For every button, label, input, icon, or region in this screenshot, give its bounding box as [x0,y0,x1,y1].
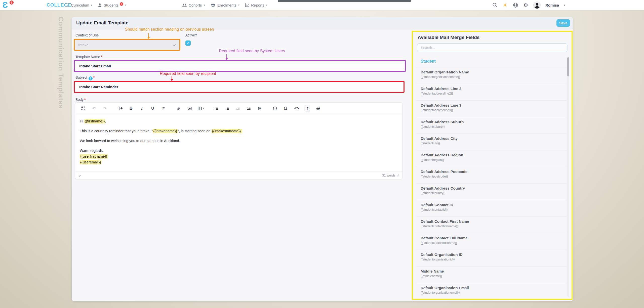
template-name-label: Template Name* [75,55,102,59]
merge-field-tag: {{studentcontactid}} [421,208,567,211]
insert-image-icon[interactable] [187,105,193,112]
ordered-list-icon[interactable]: 12 [213,105,219,112]
merge-field-item[interactable]: Default Contact Full Name{{studentcontac… [416,233,567,250]
merge-field-item[interactable]: Default Address Region{{studentregion}} [416,150,567,167]
merge-list-scrollbar[interactable] [567,57,569,297]
required-asterisk: * [84,98,86,102]
merge-tag-highlight: {{intakestartdate}}. [212,129,243,133]
nav-item-enrolments[interactable]: Enrolments ▾ [211,3,239,7]
editor-body-content[interactable]: Hi {{firstname}},This is a courtesy remi… [75,114,402,171]
text-style-icon[interactable]: T+ [117,105,123,112]
body-line: {{useremail}} [80,160,398,165]
nav-item-curriculum[interactable]: Curriculum ▾ [65,3,92,7]
merge-field-item[interactable]: Default Organisation ID{{studentorganisa… [416,250,567,267]
merge-field-item[interactable]: Middle Name{{middlename}} [416,267,567,283]
student-icon [98,3,102,7]
code-view-icon[interactable]: <> [294,105,300,112]
indent-icon[interactable] [246,105,252,112]
user-menu-caret-icon[interactable]: ▾ [564,4,565,7]
merge-field-search-input[interactable] [417,43,568,52]
update-email-template-card: Update Email Template Save Context of Us… [72,17,573,301]
context-of-use-value: Intake [78,43,89,47]
user-name[interactable]: Romisa [545,3,559,7]
body-line: Warm regards, [80,148,398,153]
annotation-orange: Should match section heading on previous… [125,27,214,32]
merge-tag-highlight: {{intakename}} [153,129,177,133]
search-icon[interactable] [492,2,498,8]
merge-field-tag: {{studentaddressline3}} [421,108,567,112]
merge-field-name: Default Address Suburb [421,120,567,124]
merge-field-tag: {{studentorganisationname}} [421,75,567,79]
merge-field-tag: {{studentpostcode}} [421,175,567,178]
align-left-icon[interactable]: ≡ [160,105,167,112]
unordered-list-icon[interactable] [224,105,230,112]
merge-field-list: Student Default Organisation Name{{stude… [416,56,567,298]
nav-item-cohorts[interactable]: Cohorts ▾ [182,3,205,7]
template-name-input[interactable]: Intake Start Email [74,60,406,72]
language-globe-icon[interactable] [513,2,518,8]
settings-gear-icon[interactable]: ⚙ [523,2,529,8]
chevron-down-icon: ▾ [238,4,240,7]
nav-item-students[interactable]: Students ! ▾ [98,3,127,7]
active-checkbox[interactable]: ✓ [185,40,191,46]
logo-icon: Ɛ [2,0,8,10]
italic-icon[interactable]: I [139,105,145,112]
emoji-icon[interactable] [272,105,278,112]
insert-table-icon[interactable]: ▾ [197,105,204,112]
save-button[interactable]: Save [556,19,570,27]
main-menu: Curriculum ▾ Students ! ▾ Cohorts ▾ Enro… [65,0,267,10]
body-label: Body* [75,98,86,102]
merge-field-item[interactable]: Default Address Line 2{{studentaddressli… [416,84,567,101]
svg-text:1: 1 [215,106,216,108]
merge-field-name: Default Address Line 3 [421,103,567,107]
required-asterisk: * [101,55,102,59]
merge-field-item[interactable]: Default Address Line 3{{studentaddressli… [416,101,567,117]
page-break-icon[interactable] [257,105,263,112]
merge-field-name: Default Contact ID [421,203,567,207]
merge-field-item[interactable]: Default Address Suburb{{studentsuburb}} [416,117,567,134]
scrollbar-thumb[interactable] [567,57,569,76]
logo-notification-badge: 1 [9,0,14,5]
merge-field-item[interactable]: Default Address Postcode{{studentpostcod… [416,167,567,184]
annotation-red-arrow [172,76,172,79]
word-count: 31 words [382,173,399,177]
context-of-use-label: Context of Use [75,33,99,37]
merge-field-name: Default Address Region [421,153,567,157]
paragraph-tag-indicator: p [79,173,80,177]
merge-field-item[interactable]: Default Address City{{studentcity}} [416,134,567,150]
merge-field-name: Default Address Line 2 [421,86,567,91]
menu-lines-icon [65,3,69,7]
page-title: Update Email Template [76,20,129,26]
merge-field-item[interactable]: Default Contact ID{{studentcontactid}} [416,200,567,217]
template-name-value: Intake Start Email [79,64,111,68]
user-avatar[interactable] [533,2,541,9]
select-all-icon[interactable]: ¶ [304,105,310,112]
nav-item-reports[interactable]: Reports ▾ [245,3,267,7]
underline-icon[interactable]: U [150,105,156,112]
app-logo[interactable]: Ɛ 1 [3,0,14,10]
merge-field-item[interactable]: Default Organisation Email{{studentorgan… [416,283,567,298]
special-characters-icon[interactable]: Ω [283,105,289,112]
resize-handle-icon[interactable] [397,174,399,177]
context-of-use-select[interactable]: Intake [74,39,180,51]
word-counter-icon[interactable]: 123abc [315,105,321,112]
bold-icon[interactable]: B [128,105,134,112]
link-icon[interactable] [176,105,182,112]
merge-field-tag: {{studentcontactfirstname}} [421,225,567,228]
fullscreen-icon[interactable] [80,105,86,112]
merge-field-tag: {{studentorganisationid}} [421,258,567,261]
merge-field-name: Default Organisation Email [421,286,567,290]
section-vertical-label: Communication Templates [57,17,65,109]
subject-input[interactable]: Intake Start Reminder [74,81,405,93]
merge-field-name: Default Contact First Name [421,219,567,224]
merge-field-item[interactable]: Default Address Country{{studentcountry}… [416,184,567,200]
help-icon[interactable]: ? [89,76,93,80]
theme-sun-icon[interactable]: ☀ [502,2,508,8]
chevron-down-icon: ▾ [91,4,93,7]
body-line: Hi {{firstname}}, [80,119,398,124]
merge-field-item[interactable]: Default Contact First Name{{studentconta… [416,217,567,233]
body-line: We look forward to welcoming you to our … [80,138,398,144]
screen: Ɛ 1 COLLEGE Curriculum ▾ Students ! ▾ Co… [0,0,644,308]
merge-field-item[interactable]: Default Organisation Name{{studentorgani… [416,67,567,84]
mail-merge-panel-title: Available Mail Merge Fields [418,35,479,40]
